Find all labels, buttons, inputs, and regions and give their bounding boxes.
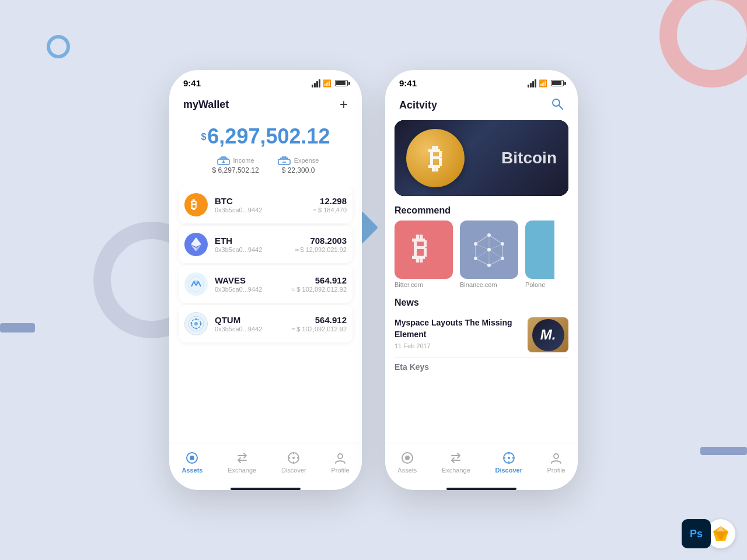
svg-point-51 [508,457,510,459]
income-icon-row: Income [217,156,254,165]
income-icon [217,156,230,165]
phones-container: 9:41 📶 myWallet + $6,297,50 [169,70,578,490]
news-thumb-1: M. [528,317,568,352]
btc-info: BTC 0x3b5ca0...9442 [215,196,313,214]
svg-point-9 [189,276,204,292]
waves-address: 0x3b5ca0...9442 [215,286,291,293]
tab-discover[interactable]: Discover [274,449,313,476]
battery-icon-2 [551,80,564,86]
activity-phone: 9:41 📶 Acitvity [385,70,578,490]
svg-marker-6 [191,237,201,247]
crypto-item-eth[interactable]: ETH 0x3b5ca0...9442 708.2003 ≈ $ 12,092,… [179,226,352,263]
qtum-usd: ≈ $ 102,092,012.92 [291,326,347,332]
svg-line-43 [489,244,502,250]
tab2-profile[interactable]: Profile [540,449,573,476]
tab2-exchange-label: Exchange [442,467,470,474]
news-item-1[interactable]: Myspace Layouts The Missing Element 11 F… [395,313,568,358]
svg-point-13 [196,318,197,320]
bitter-image: ₿ [395,220,453,279]
qtum-amount: 564.912 [291,315,347,325]
svg-line-39 [476,258,489,265]
income-value: $ 6,297,502.12 [212,166,259,174]
balance-stats: Income $ 6,297,502.12 Expense $ [169,156,362,174]
expense-icon [278,156,291,165]
wallet-tab-bar: Assets Exchange Discover [169,443,362,488]
qtum-address: 0x3b5ca0...9442 [215,326,291,332]
recommend-binance[interactable]: Binance.com [460,220,518,288]
svg-line-27 [559,106,563,109]
recommend-bitter[interactable]: ₿ Bitter.com [395,220,453,288]
waves-usd: ≈ $ 102,092,012.92 [291,286,347,293]
discover-icon-2 [502,452,515,464]
exchange-icon-2 [449,452,462,464]
waves-logo [184,272,208,296]
svg-line-38 [489,258,502,265]
eth-amount: 708.2003 [295,236,347,246]
wallet-title: myWallet [183,99,229,111]
eth-usd: ≈ $ 12,092,021.92 [295,246,347,253]
tab-discover-label: Discover [281,467,306,474]
tab-profile-label: Profile [331,467,349,474]
exchange-icon [236,452,249,464]
news-section: Myspace Layouts The Missing Element 11 F… [385,313,578,376]
add-button[interactable]: + [340,97,348,111]
qtum-name: QTUM [215,315,291,325]
news-item-2[interactable]: Eta Keys [395,358,568,376]
svg-point-15 [196,328,197,330]
status-time-1: 9:41 [183,78,201,88]
dollar-sign: $ [201,132,206,142]
signal-icon-2 [528,79,536,88]
news-text-1: Myspace Layouts The Missing Element 11 F… [395,317,521,349]
tab-indicator-2 [446,488,516,490]
tab2-exchange[interactable]: Exchange [435,449,477,476]
tab-profile[interactable]: Profile [324,449,356,476]
eth-address: 0x3b5ca0...9442 [215,246,295,253]
svg-point-49 [405,456,410,460]
news-date-1: 11 Feb 2017 [395,342,521,349]
tab2-profile-label: Profile [547,467,566,474]
discover-icon [287,452,300,464]
search-button[interactable] [551,97,564,113]
bg-decoration-rect-1 [0,323,35,332]
btc-values: 12.298 ≈ $ 184,470 [313,196,347,214]
waves-info: WAVES 0x3b5ca0...9442 [215,275,291,293]
recommend-polone[interactable]: Polone [525,220,554,288]
bg-decoration-rect-2 [700,447,747,455]
tab2-assets[interactable]: Assets [390,449,424,476]
bitter-name: Bitter.com [395,281,453,288]
bitcoin-label: Bitcoin [501,149,557,167]
polone-name: Polone [525,281,554,288]
activity-tab-bar: Assets Exchange Discover [385,443,578,488]
waves-values: 564.912 ≈ $ 102,092,012.92 [291,275,347,293]
crypto-item-btc[interactable]: ₿ BTC 0x3b5ca0...9442 12.298 ≈ $ 184,470 [179,186,352,223]
news-section-label: News [385,295,578,313]
tab2-discover[interactable]: Discover [488,449,529,476]
btc-address: 0x3b5ca0...9442 [215,206,313,214]
expense-icon-row: Expense [278,156,319,165]
tab-assets-label: Assets [181,467,203,474]
svg-line-47 [476,244,489,250]
recommend-section-label: Recommend [385,203,578,220]
battery-icon [335,80,348,86]
eth-values: 708.2003 ≈ $ 12,092,021.92 [295,236,347,253]
qtum-values: 564.912 ≈ $ 102,092,012.92 [291,315,347,332]
balance-amount: 6,297,502.12 [207,124,330,148]
svg-point-25 [338,454,343,459]
signal-icon [312,79,320,88]
assets-icon [186,452,198,464]
qtum-info: QTUM 0x3b5ca0...9442 [215,315,291,332]
news-title-2: Eta Keys [395,362,429,372]
photoshop-icon: Ps [682,519,711,548]
status-bar-1: 9:41 📶 [169,70,362,93]
status-icons-2: 📶 [528,79,564,88]
svg-line-46 [476,250,489,258]
crypto-item-qtum[interactable]: QTUM 0x3b5ca0...9442 564.912 ≈ $ 102,092… [179,305,352,342]
tab-exchange[interactable]: Exchange [221,449,263,476]
bg-decoration-circle-blue [47,35,70,58]
tab-assets[interactable]: Assets [174,449,210,476]
profile-icon [334,452,347,464]
wallet-header: myWallet + [169,93,362,118]
svg-point-26 [553,99,560,106]
eth-info: ETH 0x3b5ca0...9442 [215,236,295,253]
crypto-item-waves[interactable]: WAVES 0x3b5ca0...9442 564.912 ≈ $ 102,09… [179,265,352,303]
